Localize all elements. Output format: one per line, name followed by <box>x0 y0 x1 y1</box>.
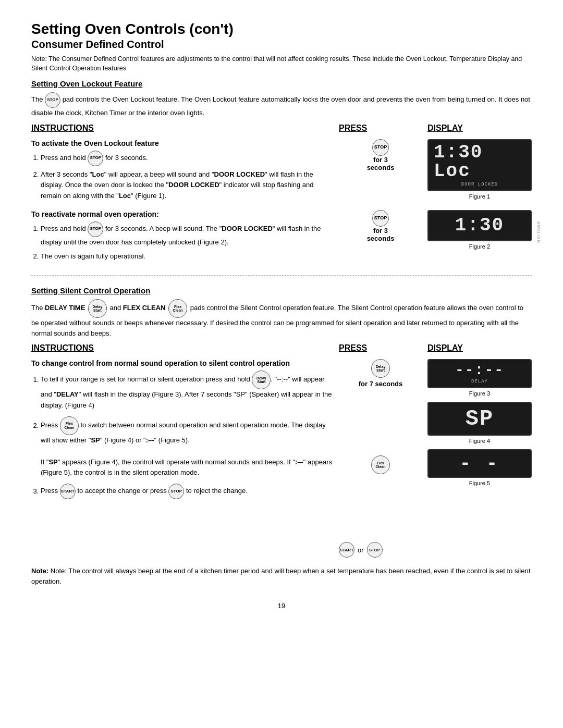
stop-button-press2: STOP <box>372 210 389 227</box>
silent-display-col: --:-- DELAY Figure 3 SP Figure 4 - - Fig… <box>427 359 532 491</box>
page-number: 19 <box>31 602 532 610</box>
delay-start-btn-step1: Delay Start <box>252 371 271 389</box>
stop-btn-2: STOP <box>88 221 103 237</box>
intro-note: Note: The Consumer Defined Control featu… <box>31 55 532 73</box>
press1-label: for 3 <box>373 156 388 164</box>
start-btn-step3: START <box>60 484 76 499</box>
section-divider <box>31 275 532 276</box>
activate-step-1: Press and hold STOP for 3 seconds. <box>41 151 334 166</box>
activate-heading: To activate the Oven Lockout feature <box>31 139 334 147</box>
flex-clean-btn-step2: Flex Clean <box>60 416 79 435</box>
display-screen-5: - - <box>427 449 532 478</box>
stop-btn-step3: STOP <box>168 484 184 499</box>
display4-text: SP <box>466 408 494 430</box>
flex-clean-label: FLEX CLEAN <box>123 304 166 312</box>
display3-text: --:-- <box>455 363 504 378</box>
silent-press-col: Delay Start for 7 seconds Flex Clean STA… <box>339 359 422 558</box>
reactivate-heading: To reactivate normal oven operation: <box>31 210 334 218</box>
delay-start-btn-inline: Delay Start <box>88 299 107 318</box>
instructions-header: INSTRUCTIONS <box>31 124 334 133</box>
sub-title: Consumer Defined Control <box>31 39 532 51</box>
delay-time-label: DELAY TIME <box>45 304 85 312</box>
figure2-label: Figure 2 <box>427 243 532 250</box>
display2-text: 1:30 <box>455 216 504 235</box>
press2-label: for 3 <box>373 227 388 235</box>
press2-seconds: seconds <box>367 235 395 242</box>
display-screen-1: 1:30 Loc DOOR LOCKED <box>427 139 532 191</box>
reactivate-instructions: To reactivate normal oven operation: Pre… <box>31 210 334 265</box>
display-screen-4: SP <box>427 402 532 436</box>
silent-heading: Setting Silent Control Operation <box>31 286 532 295</box>
silent-display-header: DISPLAY <box>427 343 532 353</box>
press1-seconds: seconds <box>367 164 395 171</box>
silent-change-instructions: To change control from normal sound oper… <box>31 359 334 502</box>
activate-steps-list: Press and hold STOP for 3 seconds. After… <box>41 151 334 202</box>
silent-change-heading: To change control from normal sound oper… <box>31 359 334 367</box>
display3-sub: DELAY <box>471 379 488 384</box>
display-col-1: 1:30 Loc DOOR LOCKED Figure 1 <box>427 139 532 205</box>
start-press-btn: START <box>339 542 354 558</box>
display-screen-3: --:-- DELAY <box>427 359 532 388</box>
figure3-label: Figure 3 <box>427 390 532 397</box>
display-col-2: 1:30 Figure 2 ENGLISH <box>427 210 532 255</box>
stop-button-press1: STOP <box>372 139 389 156</box>
stop-press-btn: STOP <box>367 542 383 558</box>
silent-step-1: To tell if your range is set for normal … <box>41 371 334 411</box>
press-col-1: STOP for 3 seconds <box>339 139 422 171</box>
reactivate-step-1: Press and hold STOP for 3 seconds. A bee… <box>41 221 334 248</box>
delay-start-press-btn: Delay Start <box>371 359 390 378</box>
silent-step-3: Press START to accept the change or pres… <box>41 484 334 499</box>
flex-clean-press-btn: Flex Clean <box>371 455 390 474</box>
display1-sub: DOOR LOCKED <box>461 182 498 187</box>
press-header: PRESS <box>339 124 422 133</box>
figure5-label: Figure 5 <box>427 480 532 486</box>
reactivate-steps-list: Press and hold STOP for 3 seconds. A bee… <box>41 221 334 262</box>
stop-btn-1: STOP <box>88 151 103 166</box>
display1-text: 1:30 Loc <box>434 143 525 181</box>
activate-instructions: To activate the Oven Lockout feature Pre… <box>31 139 334 205</box>
silent-step-2: Press Flex Clean to switch between norma… <box>41 416 334 478</box>
silent-press-header: PRESS <box>339 343 422 353</box>
flex-clean-btn-inline: Flex Clean <box>168 299 187 318</box>
for7-label: for 7 seconds <box>359 380 403 388</box>
activate-step-2: After 3 seconds "Loc" will appear, a bee… <box>41 169 334 202</box>
display-screen-2: 1:30 <box>427 210 532 241</box>
reactivate-step-2: The oven is again fully operational. <box>41 251 334 262</box>
display-header: DISPLAY <box>427 124 532 133</box>
lockout-intro: The STOP pad controls the Oven Lockout f… <box>31 92 532 118</box>
stop-button-inline: STOP <box>45 92 60 108</box>
silent-steps-list: To tell if your range is set for normal … <box>41 371 334 499</box>
or-label: or <box>358 546 364 554</box>
press-col-2: STOP for 3 seconds <box>339 210 422 242</box>
figure1-label: Figure 1 <box>427 193 532 200</box>
figure4-label: Figure 4 <box>427 438 532 444</box>
silent-instructions-header: INSTRUCTIONS <box>31 343 334 353</box>
bottom-note: Note: Note: The control will always beep… <box>31 566 532 586</box>
main-title: Setting Oven Controls (con't) <box>31 21 532 38</box>
display5-text: - - <box>460 454 500 473</box>
english-side-label: ENGLISH <box>536 210 541 255</box>
lockout-heading: Setting Oven Lockout Feature <box>31 79 532 88</box>
silent-intro: The DELAY TIME Delay Start and FLEX CLEA… <box>31 299 532 338</box>
